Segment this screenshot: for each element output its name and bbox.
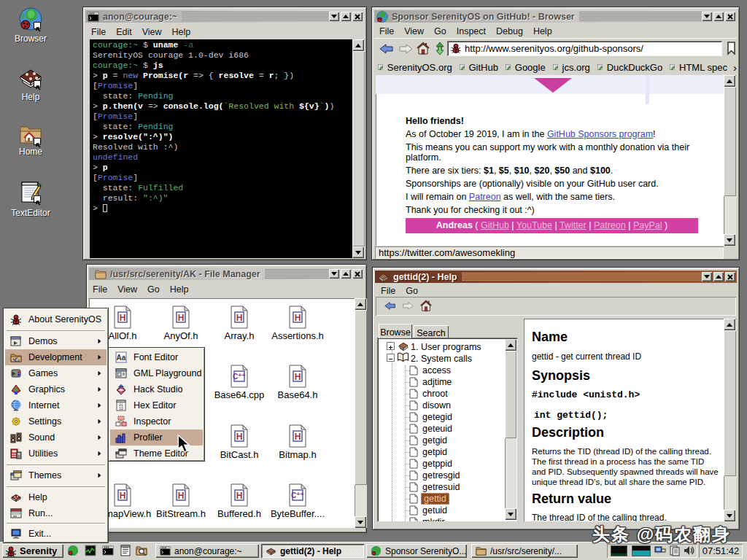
svg-text:10: 10 bbox=[119, 407, 123, 411]
svg-text:Aa: Aa bbox=[117, 354, 126, 362]
